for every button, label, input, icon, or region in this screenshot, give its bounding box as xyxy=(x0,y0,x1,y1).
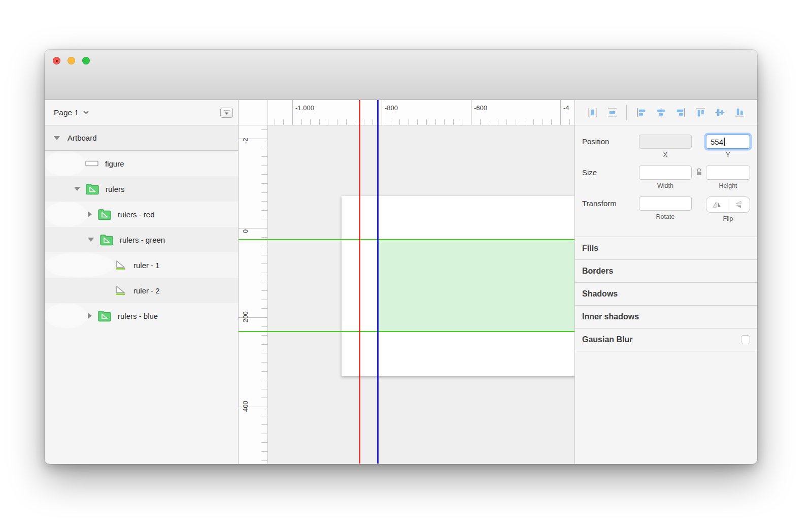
layer-label: ruler - 1 xyxy=(133,261,160,270)
layer-row-rulers-red[interactable]: rulers - red xyxy=(45,202,88,227)
inner-shadows-section[interactable]: Inner shadows xyxy=(575,306,757,328)
layer-label: rulers - green xyxy=(120,236,165,244)
alignment-toolbar xyxy=(575,100,757,125)
align-left-icon[interactable] xyxy=(636,107,647,118)
layer-label: Artboard xyxy=(67,134,97,142)
green-guide-line-bottom[interactable] xyxy=(239,331,574,332)
layer-label: rulers - blue xyxy=(118,312,158,320)
flip-horizontal-icon xyxy=(713,201,722,208)
align-top-icon[interactable] xyxy=(695,107,706,118)
layer-row-rulers[interactable]: rulers xyxy=(45,176,238,202)
width-label: Width xyxy=(657,182,673,189)
rotate-field[interactable] xyxy=(639,196,692,211)
folder-icon xyxy=(97,310,112,322)
layer-label: rulers xyxy=(106,185,125,193)
align-center-horizontally-icon[interactable] xyxy=(656,107,666,118)
rect-layer-icon xyxy=(85,160,98,167)
page-selector-label: Page 1 xyxy=(54,108,79,117)
folder-icon xyxy=(85,183,99,195)
layer-row-artboard[interactable]: Artboard xyxy=(45,125,238,151)
vertical-ruler: -20200400 xyxy=(239,125,268,464)
shadows-section[interactable]: Shadows xyxy=(575,283,757,306)
size-width-field[interactable] xyxy=(639,166,692,180)
close-button[interactable] xyxy=(53,57,60,64)
red-guide-line[interactable] xyxy=(359,100,360,464)
disclosure-triangle[interactable] xyxy=(74,187,80,191)
page-selector[interactable]: Page 1 xyxy=(54,108,89,117)
y-axis-label: Y xyxy=(726,151,730,158)
flip-vertical-icon xyxy=(735,201,743,209)
layer-row-figure[interactable]: figure xyxy=(45,151,85,176)
horizontal-ruler: -1.000-800-600-4 xyxy=(268,100,574,125)
traffic-lights xyxy=(53,57,90,64)
position-y-field[interactable]: 554 xyxy=(706,135,750,149)
lock-icon[interactable] xyxy=(696,168,702,178)
transform-label: Transform xyxy=(582,196,639,222)
disclosure-triangle[interactable] xyxy=(88,211,92,217)
layer-row-ruler-2[interactable]: ruler - 2 xyxy=(45,278,238,303)
ruler-shape-icon xyxy=(114,260,126,271)
x-axis-label: X xyxy=(663,151,667,158)
size-height-field[interactable] xyxy=(706,166,750,180)
green-fill-rect[interactable] xyxy=(378,240,574,332)
page-list-button[interactable] xyxy=(220,108,233,118)
dropdown-icon xyxy=(223,110,230,115)
app-window: Page 1 Artboard figure xyxy=(45,50,757,464)
geometry-section: Position X 554 Y Size Width xyxy=(575,125,757,229)
align-bottom-icon[interactable] xyxy=(734,107,745,118)
layer-label: rulers - red xyxy=(118,210,155,219)
green-guide-line-top[interactable] xyxy=(239,239,574,240)
inspector-panel: Position X 554 Y Size Width xyxy=(574,100,757,464)
blue-guide-line[interactable] xyxy=(377,100,379,464)
disclosure-triangle[interactable] xyxy=(88,238,94,242)
gaussian-blur-checkbox[interactable] xyxy=(741,335,750,344)
folder-icon xyxy=(99,234,114,246)
text-caret xyxy=(724,138,725,146)
zoom-button[interactable] xyxy=(82,57,90,64)
style-sections: Fills Borders Shadows Inner shadows Gaus… xyxy=(575,237,757,351)
borders-section[interactable]: Borders xyxy=(575,260,757,283)
titlebar xyxy=(45,50,757,100)
height-label: Height xyxy=(719,182,737,189)
folder-icon xyxy=(97,208,112,220)
disclosure-triangle[interactable] xyxy=(54,136,60,140)
flip-vertical-button[interactable] xyxy=(728,197,750,212)
distribute-horizontally-icon[interactable] xyxy=(587,107,598,118)
flip-horizontal-button[interactable] xyxy=(706,197,728,212)
align-right-icon[interactable] xyxy=(675,107,686,118)
position-label: Position xyxy=(582,135,639,158)
canvas[interactable]: -1.000-800-600-4 -20200400 xyxy=(239,100,574,464)
align-middle-vertically-icon[interactable] xyxy=(715,107,725,118)
fills-section[interactable]: Fills xyxy=(575,237,757,260)
position-x-field[interactable] xyxy=(639,135,692,149)
flip-label: Flip xyxy=(723,215,733,222)
disclosure-triangle[interactable] xyxy=(88,313,92,319)
sidebar-header: Page 1 xyxy=(45,100,238,125)
layers-sidebar: Page 1 Artboard figure xyxy=(45,100,239,464)
ruler-shape-icon xyxy=(114,285,126,296)
minimize-button[interactable] xyxy=(67,57,75,64)
gaussian-blur-section[interactable]: Gausian Blur xyxy=(575,328,757,351)
size-label: Size xyxy=(582,166,639,189)
layer-label: ruler - 2 xyxy=(133,286,160,295)
layer-row-rulers-blue[interactable]: rulers - blue xyxy=(45,303,88,328)
chevron-down-icon xyxy=(83,111,89,114)
toolbar-separator xyxy=(626,105,627,120)
layer-row-ruler-1[interactable]: ruler - 1 xyxy=(45,252,114,278)
ruler-corner xyxy=(239,100,268,125)
layer-row-rulers-green[interactable]: rulers - green xyxy=(45,227,238,252)
flip-control xyxy=(706,196,750,213)
rotate-label: Rotate xyxy=(656,213,675,220)
distribute-vertically-icon[interactable] xyxy=(607,107,618,118)
layer-label: figure xyxy=(105,159,124,168)
